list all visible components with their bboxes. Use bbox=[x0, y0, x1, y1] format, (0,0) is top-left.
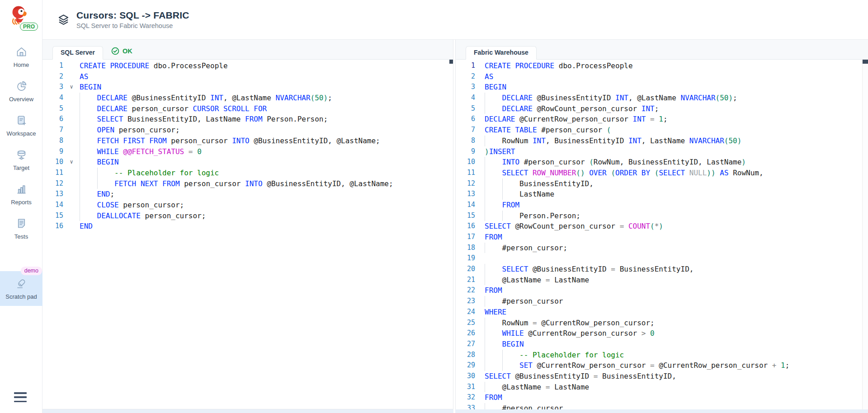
code-line[interactable]: 8 FETCH FIRST FROM person_cursor INTO @B… bbox=[42, 136, 453, 146]
indent-guide bbox=[80, 189, 80, 200]
code-text: END bbox=[80, 221, 93, 232]
fold-chevron-icon[interactable]: ∨ bbox=[63, 82, 80, 93]
code-line[interactable]: 8 RowNum INT, BusinessEntityID INT, Last… bbox=[456, 136, 868, 146]
sidebar-item-reports[interactable]: Reports bbox=[0, 177, 42, 211]
code-line[interactable]: 7CREATE TABLE #person_cursor ( bbox=[456, 125, 868, 136]
code-line[interactable]: 12 BusinessEntityID, bbox=[456, 178, 868, 189]
sidebar-item-label: Overview bbox=[9, 96, 33, 103]
code-line[interactable]: 10∨ BEGIN bbox=[42, 157, 453, 168]
code-line[interactable]: 1CREATE PROCEDURE dbo.ProcessPeople bbox=[456, 61, 868, 71]
code-line[interactable]: 3BEGIN bbox=[456, 82, 868, 93]
code-line[interactable]: 12 FETCH NEXT FROM person_cursor INTO @B… bbox=[42, 178, 453, 189]
source-code-editor[interactable]: 1CREATE PROCEDURE dbo.ProcessPeople2AS3∨… bbox=[42, 60, 453, 409]
sidebar: PRO HomeOverviewWorkspaceTargetReportsTe… bbox=[0, 0, 42, 413]
code-text: BEGIN bbox=[485, 339, 524, 350]
line-number: 3 bbox=[42, 82, 63, 93]
code-line[interactable]: 27 BEGIN bbox=[456, 339, 868, 350]
code-line[interactable]: 11 -- Placeholder for logic bbox=[42, 168, 453, 178]
code-text: #person_cursor bbox=[485, 296, 563, 307]
code-line[interactable]: 15 DEALLOCATE person_cursor; bbox=[42, 211, 453, 221]
fold-gutter bbox=[475, 328, 485, 339]
code-line[interactable]: 20 SELECT @BusinessEntityID = BusinessEn… bbox=[456, 264, 868, 275]
code-line[interactable]: 14 CLOSE person_cursor; bbox=[42, 200, 453, 211]
source-vertical-scrollbar[interactable] bbox=[449, 60, 453, 409]
tab-sql-server[interactable]: SQL Server bbox=[52, 46, 103, 60]
fold-gutter bbox=[475, 189, 485, 200]
code-text: DECLARE @RowCount_person_cursor INT; bbox=[485, 103, 659, 114]
code-line[interactable]: 16END bbox=[42, 221, 453, 232]
code-line[interactable]: 15 Person.Person; bbox=[456, 211, 868, 221]
sidebar-item-label: Tests bbox=[14, 233, 28, 240]
code-text: OPEN person_cursor; bbox=[80, 125, 180, 136]
app-logo[interactable]: PRO bbox=[5, 4, 39, 32]
code-line[interactable]: 4 DECLARE @BusinessEntityID INT, @LastNa… bbox=[456, 93, 868, 103]
code-line[interactable]: 13 LastName bbox=[456, 189, 868, 200]
code-line[interactable]: 3∨BEGIN bbox=[42, 82, 453, 93]
code-line[interactable]: 9 WHILE @@FETCH_STATUS = 0 bbox=[42, 146, 453, 157]
scrollbar-thumb[interactable] bbox=[863, 60, 868, 64]
horizontal-scrollbar-right[interactable] bbox=[455, 409, 868, 413]
code-line[interactable]: 13 END; bbox=[42, 189, 453, 200]
fold-gutter bbox=[475, 392, 485, 403]
code-line[interactable]: 24WHERE bbox=[456, 307, 868, 318]
code-line[interactable]: 7 OPEN person_cursor; bbox=[42, 125, 453, 136]
hamburger-menu-button[interactable] bbox=[14, 392, 28, 402]
code-text: BEGIN bbox=[485, 82, 506, 93]
code-line[interactable]: 22FROM bbox=[456, 285, 868, 296]
sidebar-item-workspace[interactable]: Workspace bbox=[0, 108, 42, 143]
code-line[interactable]: 5 DECLARE @RowCount_person_cursor INT; bbox=[456, 103, 868, 114]
scrollbar-thumb[interactable] bbox=[449, 60, 453, 64]
sidebar-item-home[interactable]: Home bbox=[0, 40, 42, 74]
code-line[interactable]: 11 SELECT ROW_NUMBER() OVER (ORDER BY (S… bbox=[456, 168, 868, 178]
code-line[interactable]: 4 DECLARE @BusinessEntityID INT, @LastNa… bbox=[42, 93, 453, 103]
target-vertical-scrollbar[interactable] bbox=[862, 60, 868, 409]
fold-gutter bbox=[63, 168, 80, 178]
code-line[interactable]: 17FROM bbox=[456, 232, 868, 243]
code-line[interactable]: 16SELECT @RowCount_person_cursor = COUNT… bbox=[456, 221, 868, 232]
sidebar-item-tests[interactable]: Tests bbox=[0, 211, 42, 246]
hamburger-bar bbox=[14, 392, 27, 394]
code-line[interactable]: 29 SET @CurrentRow_person_cursor = @Curr… bbox=[456, 360, 868, 371]
code-line[interactable]: 33 #person_cursor bbox=[456, 403, 868, 409]
indent-guide bbox=[502, 189, 503, 200]
line-number: 26 bbox=[456, 328, 475, 339]
fold-chevron-icon[interactable]: ∨ bbox=[63, 157, 80, 168]
code-text: SELECT ROW_NUMBER() OVER (ORDER BY (SELE… bbox=[485, 168, 764, 178]
target-tabbar: Fabric Warehouse bbox=[456, 40, 868, 60]
sidebar-item-target[interactable]: Target bbox=[0, 143, 42, 177]
code-line[interactable]: 23 #person_cursor bbox=[456, 296, 868, 307]
code-line[interactable]: 31 @LastName = LastName bbox=[456, 382, 868, 393]
tab-fabric-warehouse[interactable]: Fabric Warehouse bbox=[466, 46, 537, 60]
code-line[interactable]: 21 @LastName = LastName bbox=[456, 275, 868, 286]
code-line[interactable]: 18 #person_cursor; bbox=[456, 243, 868, 253]
code-line[interactable]: 2AS bbox=[42, 71, 453, 82]
code-line[interactable]: 6DECLARE @CurrentRow_person_cursor INT =… bbox=[456, 114, 868, 125]
code-line[interactable]: 9)INSERT bbox=[456, 146, 868, 157]
fold-gutter bbox=[475, 82, 485, 93]
code-line[interactable]: 1CREATE PROCEDURE dbo.ProcessPeople bbox=[42, 61, 453, 71]
code-line[interactable]: 28 -- Placeholder for logic bbox=[456, 350, 868, 361]
code-line[interactable]: 26 WHILE @CurrentRow_person_cursor > 0 bbox=[456, 328, 868, 339]
code-line[interactable]: 6 SELECT BusinessEntityID, LastName FROM… bbox=[42, 114, 453, 125]
sidebar-item-scratch-pad[interactable]: Scratch paddemo bbox=[0, 271, 42, 306]
fold-gutter bbox=[475, 125, 485, 136]
code-line[interactable]: 19 bbox=[456, 253, 868, 264]
sidebar-item-overview[interactable]: Overview bbox=[0, 74, 42, 108]
code-line[interactable]: 10 INTO #person_cursor (RowNum, Business… bbox=[456, 157, 868, 168]
code-line[interactable]: 25 RowNum = @CurrentRow_person_cursor; bbox=[456, 318, 868, 329]
code-text: -- Placeholder for logic bbox=[80, 168, 219, 178]
code-text: @LastName = LastName bbox=[485, 275, 589, 286]
code-line[interactable]: 14 FROM bbox=[456, 200, 868, 211]
code-line[interactable]: 32FROM bbox=[456, 392, 868, 403]
code-line[interactable]: 2AS bbox=[456, 71, 868, 82]
code-text: SELECT @BusinessEntityID = BusinessEntit… bbox=[485, 264, 693, 275]
line-number: 19 bbox=[456, 253, 475, 264]
horizontal-scrollbar-left[interactable] bbox=[42, 409, 453, 413]
line-number: 5 bbox=[456, 103, 475, 114]
code-line[interactable]: 30SELECT @BusinessEntityID = BusinessEnt… bbox=[456, 371, 868, 382]
code-line[interactable]: 5 DECLARE person_cursor CURSOR SCROLL FO… bbox=[42, 103, 453, 114]
database-icon bbox=[15, 149, 28, 162]
line-number: 15 bbox=[456, 211, 475, 221]
fold-gutter bbox=[475, 339, 485, 350]
target-code-editor[interactable]: 1CREATE PROCEDURE dbo.ProcessPeople2AS3B… bbox=[456, 60, 868, 409]
